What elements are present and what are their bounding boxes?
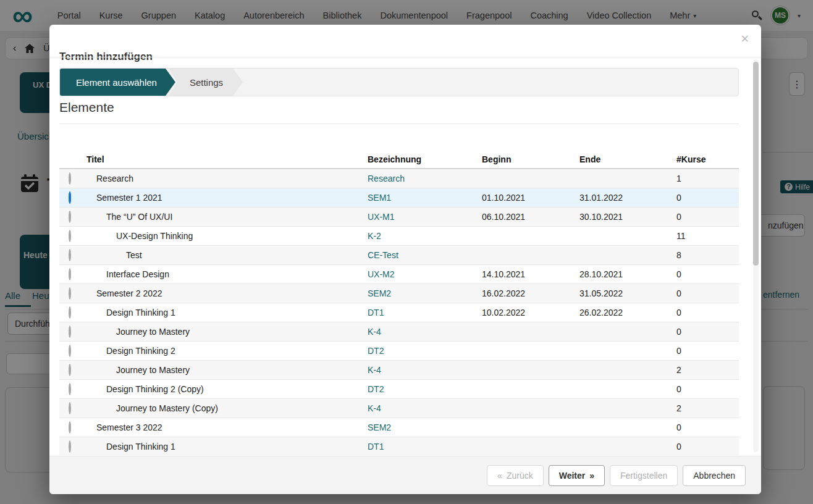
radio-button[interactable] <box>69 306 71 319</box>
back-label: Zurück <box>507 471 533 481</box>
finish-button[interactable]: Fertigstellen <box>610 465 678 486</box>
table-row[interactable]: Research Research 1 <box>59 169 739 188</box>
table-row[interactable]: Journey to Mastery K-4 2 <box>59 361 739 380</box>
cancel-button[interactable]: Abbrechen <box>683 465 746 486</box>
section-title: Elemente <box>59 100 114 115</box>
table-row[interactable]: Test CE-Test 8 <box>59 246 739 265</box>
dialog-footer: « Zurück Weiter » Fertigstellen Abbreche… <box>49 456 761 494</box>
row-end: 31.01.2022 <box>579 193 676 203</box>
scrollbar-thumb[interactable] <box>753 62 759 266</box>
row-code[interactable]: Research <box>368 174 482 183</box>
table-row[interactable]: Interface Design UX-M2 14.10.2021 28.10.… <box>59 265 739 284</box>
back-button[interactable]: « Zurück <box>487 465 544 486</box>
row-title: Design Thinking 2 (Copy) <box>86 384 368 394</box>
row-begin: 01.10.2021 <box>482 193 579 203</box>
table-row[interactable]: Semester 3 2022 SEM2 0 <box>59 418 739 437</box>
table-row[interactable]: Design Thinking 1 DT1 0 <box>59 437 739 456</box>
row-code[interactable]: SEM1 <box>368 193 482 203</box>
radio-button[interactable] <box>69 364 71 376</box>
row-title: Journey to Mastery (Copy) <box>86 403 368 413</box>
add-appointment-dialog: Termin hinzufügen × Element auswählen Se… <box>49 25 761 494</box>
table-row[interactable]: UX-Design Thinking K-2 11 <box>59 227 739 246</box>
row-code[interactable]: DT2 <box>368 384 482 394</box>
table-row[interactable]: The “U” Of UX/UI UX-M1 06.10.2021 30.10.… <box>59 208 739 227</box>
row-courses: 0 <box>676 193 739 203</box>
row-code[interactable]: K-2 <box>368 231 482 241</box>
radio-button[interactable] <box>69 172 71 185</box>
row-courses: 0 <box>676 384 739 394</box>
section-divider <box>59 124 739 124</box>
column-title: Titel <box>86 154 368 164</box>
column-begin: Beginn <box>482 154 579 164</box>
table-row[interactable]: Semester 1 2021 SEM1 01.10.2021 31.01.20… <box>59 188 739 208</box>
row-title: Interface Design <box>86 269 368 279</box>
column-end: Ende <box>579 154 676 164</box>
row-code[interactable]: CE-Test <box>368 250 482 260</box>
table-row[interactable]: Journey to Mastery (Copy) K-4 2 <box>59 399 739 418</box>
row-code[interactable]: DT2 <box>368 346 482 356</box>
radio-button[interactable] <box>69 287 71 300</box>
radio-button[interactable] <box>69 191 71 204</box>
row-title: Research <box>86 174 368 183</box>
row-end: 28.10.2021 <box>579 269 676 279</box>
step-select-element[interactable]: Element auswählen <box>60 69 175 96</box>
row-title: Design Thinking 2 <box>86 346 368 356</box>
table-row[interactable]: Design Thinking 1 DT1 10.02.2022 26.02.2… <box>59 303 739 322</box>
row-begin: 10.02.2022 <box>482 308 579 317</box>
table-row[interactable]: Design Thinking 2 DT2 0 <box>59 342 739 361</box>
row-title: Semester 3 2022 <box>86 422 368 432</box>
row-end: 26.02.2022 <box>579 308 676 317</box>
radio-button[interactable] <box>69 345 71 357</box>
double-chevron-right-icon: » <box>589 471 594 481</box>
wizard-steps: Element auswählen Settings <box>59 68 739 96</box>
row-code[interactable]: DT1 <box>368 442 482 452</box>
row-courses: 0 <box>676 327 739 337</box>
table-row[interactable]: Semester 2 2022 SEM2 16.02.2022 31.05.20… <box>59 284 739 303</box>
row-end: 31.05.2022 <box>579 288 676 298</box>
radio-button[interactable] <box>69 211 71 223</box>
table-row[interactable]: Journey to Mastery K-4 0 <box>59 322 739 342</box>
radio-button[interactable] <box>69 383 71 395</box>
row-title: Journey to Mastery <box>86 365 368 375</box>
radio-button[interactable] <box>69 326 71 338</box>
elements-table: Titel Bezeichnung Beginn Ende #Kurse Res… <box>59 150 739 456</box>
row-code[interactable]: SEM2 <box>368 288 482 298</box>
radio-button[interactable] <box>69 440 71 453</box>
row-code[interactable]: K-4 <box>368 327 482 337</box>
row-courses: 0 <box>676 288 739 298</box>
row-code[interactable]: K-4 <box>368 403 482 413</box>
row-courses: 0 <box>676 308 739 317</box>
radio-button[interactable] <box>69 402 71 414</box>
row-courses: 0 <box>676 212 739 222</box>
row-title: The “U” Of UX/UI <box>86 212 368 222</box>
row-title: Design Thinking 1 <box>86 308 368 317</box>
row-code[interactable]: DT1 <box>368 308 482 317</box>
table-body: Research Research 1 Semester 1 2021 SEM1… <box>59 169 739 456</box>
row-code[interactable]: K-4 <box>368 365 482 375</box>
table-row[interactable]: Design Thinking 2 (Copy) DT2 0 <box>59 380 739 399</box>
row-courses: 11 <box>676 231 739 241</box>
row-code[interactable]: SEM2 <box>368 422 482 432</box>
step-settings[interactable]: Settings <box>169 69 243 96</box>
row-courses: 0 <box>676 269 739 279</box>
row-title: Journey to Mastery <box>86 327 368 337</box>
row-title: Semester 2 2022 <box>86 288 368 298</box>
radio-button[interactable] <box>69 230 71 242</box>
row-courses: 1 <box>676 174 739 183</box>
column-courses: #Kurse <box>676 154 739 164</box>
row-courses: 8 <box>676 250 739 260</box>
radio-button[interactable] <box>69 249 71 261</box>
radio-button[interactable] <box>69 268 71 280</box>
radio-button[interactable] <box>69 421 71 434</box>
row-code[interactable]: UX-M1 <box>368 212 482 222</box>
row-courses: 0 <box>676 422 739 432</box>
next-label: Weiter <box>559 471 586 481</box>
close-icon[interactable]: × <box>741 31 749 47</box>
row-title: Test <box>86 250 368 260</box>
column-code: Bezeichnung <box>368 154 482 164</box>
row-title: Semester 1 2021 <box>86 193 368 203</box>
header-divider <box>49 57 761 57</box>
double-chevron-left-icon: « <box>497 471 502 481</box>
next-button[interactable]: Weiter » <box>549 465 605 486</box>
row-code[interactable]: UX-M2 <box>368 269 482 279</box>
